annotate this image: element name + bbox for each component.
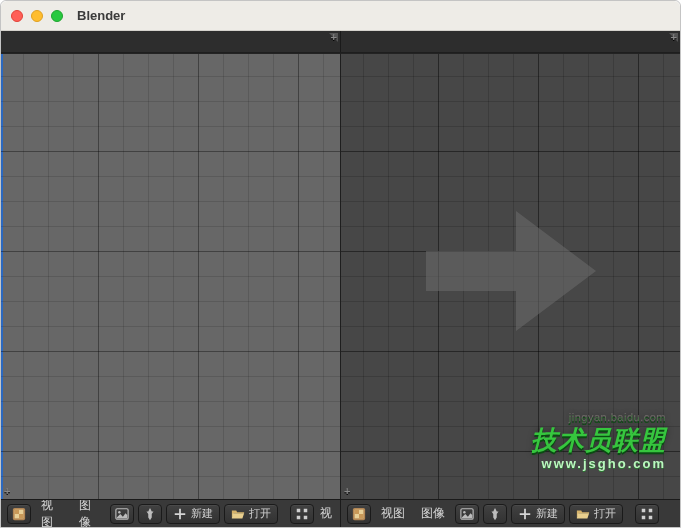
window-close-button[interactable] [11,10,23,22]
uv-editor-right[interactable]: + [341,53,680,499]
titlebar: Blender [1,1,680,31]
header-strip-right: + [340,31,680,52]
editor-type-selector[interactable] [347,504,371,524]
uv-vertex-icon [640,507,654,521]
header-strip: + + [1,31,680,53]
new-image-label: 新建 [536,506,558,521]
header-strip-left: + [1,31,340,52]
new-image-button[interactable]: 新建 [511,504,565,524]
menu-image[interactable]: 图像 [73,500,107,527]
image-browse-icon [460,507,474,521]
pin-icon [143,507,157,521]
svg-point-5 [119,511,121,513]
pin-icon [488,507,502,521]
canvas-grid [1,54,340,499]
folder-open-icon [576,507,590,521]
arrow-right-overlay [416,196,606,346]
open-image-button[interactable]: 打开 [569,504,623,524]
svg-rect-12 [355,509,359,513]
uv-vertex-icon [295,507,309,521]
folder-open-icon [231,507,245,521]
window-minimize-button[interactable] [31,10,43,22]
add-region-icon[interactable]: + [331,32,337,43]
add-region-icon[interactable]: + [344,486,350,497]
menu-view[interactable]: 视图 [375,505,411,522]
uv-select-mode-button[interactable] [635,504,659,524]
uv-image-editor-icon [352,507,366,521]
svg-rect-13 [359,514,363,518]
truncated-label: 视 [318,505,334,522]
window-title: Blender [77,8,125,23]
menu-image-partial[interactable]: 图像 [415,505,451,522]
svg-point-15 [463,511,465,513]
new-image-label: 新建 [191,506,213,521]
browse-image-button[interactable] [455,504,479,524]
workspace: + + jingyan.baidu.com 技术员联盟 www.jsgho.co… [1,53,680,499]
open-image-label: 打开 [594,506,616,521]
open-image-button[interactable]: 打开 [224,504,278,524]
footer-toolbars: 视图 图像 新建 [1,499,680,527]
uv-select-mode-button[interactable] [290,504,314,524]
add-region-icon[interactable]: + [671,32,677,43]
svg-rect-6 [297,508,301,512]
svg-rect-16 [642,508,646,512]
pin-button[interactable] [138,504,162,524]
browse-image-button[interactable] [110,504,134,524]
svg-rect-3 [19,514,23,518]
app-window: Blender + + + + jingyan.baidu. [0,0,681,528]
window-maximize-button[interactable] [51,10,63,22]
svg-rect-9 [304,515,308,519]
add-region-icon[interactable]: + [4,486,10,497]
svg-rect-2 [15,509,19,513]
plus-icon [173,507,187,521]
svg-rect-17 [649,508,653,512]
toolbar-right: 视图 图像 新建 [340,500,680,527]
image-browse-icon [115,507,129,521]
uv-image-editor-icon [12,507,26,521]
uv-editor-left[interactable]: + [1,53,341,499]
menu-view[interactable]: 视图 [35,500,69,527]
svg-rect-8 [297,515,301,519]
svg-rect-19 [649,515,653,519]
svg-rect-18 [642,515,646,519]
open-image-label: 打开 [249,506,271,521]
svg-rect-7 [304,508,308,512]
plus-icon [518,507,532,521]
pin-button[interactable] [483,504,507,524]
new-image-button[interactable]: 新建 [166,504,220,524]
toolbar-left: 视图 图像 新建 [1,500,340,527]
editor-type-selector[interactable] [7,504,31,524]
